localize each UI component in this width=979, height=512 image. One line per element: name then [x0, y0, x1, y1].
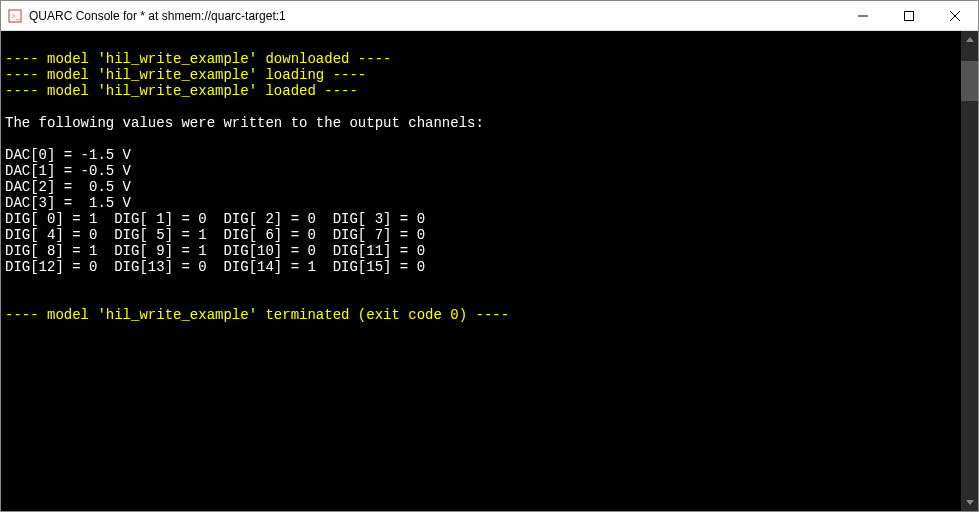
console-line [5, 99, 957, 115]
maximize-button[interactable] [886, 1, 932, 30]
console-line [5, 35, 957, 51]
console-line: The following values were written to the… [5, 115, 957, 131]
console-line: DIG[12] = 0 DIG[13] = 0 DIG[14] = 1 DIG[… [5, 259, 957, 275]
app-icon: >_ [7, 8, 23, 24]
console-line: DIG[ 0] = 1 DIG[ 1] = 0 DIG[ 2] = 0 DIG[… [5, 211, 957, 227]
console-line: DIG[ 4] = 0 DIG[ 5] = 1 DIG[ 6] = 0 DIG[… [5, 227, 957, 243]
scrollbar-down-button[interactable] [961, 494, 978, 511]
scrollbar-thumb[interactable] [961, 61, 978, 101]
svg-text:>_: >_ [11, 12, 21, 21]
console-line: DAC[1] = -0.5 V [5, 163, 957, 179]
minimize-button[interactable] [840, 1, 886, 30]
titlebar[interactable]: >_ QUARC Console for * at shmem://quarc-… [1, 1, 978, 31]
vertical-scrollbar[interactable] [961, 31, 978, 511]
console-window: >_ QUARC Console for * at shmem://quarc-… [0, 0, 979, 512]
console-line: ---- model 'hil_write_example' terminate… [5, 307, 957, 323]
console-area: ---- model 'hil_write_example' downloade… [1, 31, 978, 511]
window-title: QUARC Console for * at shmem://quarc-tar… [29, 9, 840, 23]
console-line: ---- model 'hil_write_example' loaded --… [5, 83, 957, 99]
console-line: ---- model 'hil_write_example' downloade… [5, 51, 957, 67]
console-line [5, 131, 957, 147]
svg-marker-6 [966, 37, 974, 42]
console-line [5, 291, 957, 307]
close-button[interactable] [932, 1, 978, 30]
console-content[interactable]: ---- model 'hil_write_example' downloade… [1, 31, 961, 511]
console-line: DAC[3] = 1.5 V [5, 195, 957, 211]
console-line: ---- model 'hil_write_example' loading -… [5, 67, 957, 83]
svg-marker-7 [966, 500, 974, 505]
console-line: DAC[2] = 0.5 V [5, 179, 957, 195]
console-line: DAC[0] = -1.5 V [5, 147, 957, 163]
titlebar-controls [840, 1, 978, 30]
console-line [5, 275, 957, 291]
scrollbar-up-button[interactable] [961, 31, 978, 48]
console-line: DIG[ 8] = 1 DIG[ 9] = 1 DIG[10] = 0 DIG[… [5, 243, 957, 259]
svg-rect-3 [905, 11, 914, 20]
